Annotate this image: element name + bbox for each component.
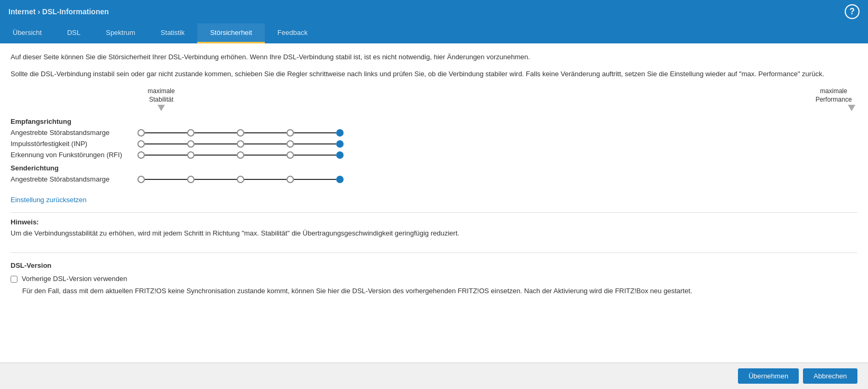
breadcrumb-sep: › (35, 7, 42, 16)
main-content: Auf dieser Seite können Sie die Störsich… (0, 43, 868, 363)
row1-radio-2[interactable] (187, 129, 195, 137)
row1-radio-1[interactable] (137, 129, 145, 137)
help-icon[interactable]: ? (845, 4, 860, 19)
row1-track (137, 129, 344, 137)
row2-radio-1[interactable] (137, 140, 145, 148)
apply-button[interactable]: Übernehmen (738, 368, 799, 384)
row-inp-empfang: Impulsstörfestigkeit (INP) (11, 140, 857, 148)
tabs-bar: Übersicht DSL Spektrum Statistik Störsic… (0, 23, 868, 43)
row3-radio-3[interactable] (237, 151, 244, 159)
section-empfangsrichtung: Empfangsrichtung (11, 117, 857, 125)
divider (11, 252, 857, 253)
row4-line-4 (294, 179, 336, 180)
header: Internet › DSL-Informationen ? (0, 0, 868, 23)
footer: Übernehmen Abbrechen (0, 363, 868, 389)
dsl-version-section: DSL-Version Vorherige DSL-Version verwen… (11, 261, 857, 296)
slider-label-stability: maximale Stabilität (137, 87, 185, 104)
reset-link[interactable]: Einstellung zurücksetzen (11, 196, 87, 204)
warning-text: Sollte die DSL-Verbindung instabil sein … (11, 69, 857, 79)
row3-radio-2[interactable] (187, 151, 195, 159)
tab-statistik[interactable]: Statistik (148, 23, 198, 43)
checkbox-row: Vorherige DSL-Version verwenden (11, 275, 857, 283)
row1-line-2 (195, 132, 237, 133)
hint-text: Um die Verbindungsstabilität zu erhöhen,… (11, 228, 857, 239)
breadcrumb-current: DSL-Informationen (42, 7, 109, 16)
row1-label: Angestrebte Störabstandsmarge (11, 129, 137, 137)
row4-radio-4[interactable] (287, 176, 294, 183)
slider-section: maximale Stabilität maximale Performance… (11, 87, 857, 183)
row1-radio-5[interactable] (336, 129, 344, 137)
row4-line-1 (145, 179, 187, 180)
row3-radio-5[interactable] (336, 151, 344, 159)
dsl-version-title: DSL-Version (11, 261, 857, 269)
row-rfi-empfang: Erkennung von Funkstörungen (RFI) (11, 151, 857, 159)
row3-track (137, 151, 344, 159)
row4-radio-3[interactable] (237, 176, 244, 183)
dsl-version-checkbox[interactable] (11, 276, 17, 283)
row1-radio-3[interactable] (237, 129, 244, 137)
row-storabstandsmarge-send: Angestrebte Störabstandsmarge (11, 175, 857, 183)
row2-line-4 (294, 143, 336, 144)
row1-radio-4[interactable] (287, 129, 294, 137)
checkbox-label[interactable]: Vorherige DSL-Version verwenden (22, 275, 127, 283)
row1-line-4 (294, 132, 336, 133)
row3-line-1 (145, 155, 187, 156)
row3-line-2 (195, 155, 237, 156)
row4-line-3 (244, 179, 287, 180)
tab-spektrum[interactable]: Spektrum (93, 23, 148, 43)
row-storabstandsmarge-empfang: Angestrebte Störabstandsmarge (11, 129, 857, 137)
row3-radio-4[interactable] (287, 151, 294, 159)
row2-track (137, 140, 344, 148)
slider-label-performance: maximale Performance (810, 87, 857, 104)
row2-line-2 (195, 143, 237, 144)
row1-line-1 (145, 132, 187, 133)
tab-ubersicht[interactable]: Übersicht (0, 23, 54, 43)
row3-label: Erkennung von Funkstörungen (RFI) (11, 151, 137, 159)
hint-title: Hinweis: (11, 218, 857, 226)
performance-indicator-icon (848, 105, 855, 111)
hint-box: Hinweis: Um die Verbindungsstabilität zu… (11, 212, 857, 244)
row3-line-4 (294, 155, 336, 156)
row4-radio-5[interactable] (336, 176, 344, 183)
breadcrumb-home[interactable]: Internet (8, 7, 35, 16)
cancel-button[interactable]: Abbrechen (803, 368, 857, 384)
row4-label: Angestrebte Störabstandsmarge (11, 175, 137, 183)
row2-radio-3[interactable] (237, 140, 244, 148)
tab-feedback[interactable]: Feedback (265, 23, 320, 43)
row2-radio-5[interactable] (336, 140, 344, 148)
row3-radio-1[interactable] (137, 151, 145, 159)
stability-indicator-icon (158, 105, 165, 111)
tab-storsicherheit[interactable]: Störsicherheit (197, 23, 264, 43)
row1-line-3 (244, 132, 287, 133)
row2-line-1 (145, 143, 187, 144)
row2-line-3 (244, 143, 287, 144)
breadcrumb: Internet › DSL-Informationen (8, 7, 109, 16)
row2-radio-2[interactable] (187, 140, 195, 148)
row2-radio-4[interactable] (287, 140, 294, 148)
row4-line-2 (195, 179, 237, 180)
tab-dsl[interactable]: DSL (54, 23, 93, 43)
row4-radio-2[interactable] (187, 176, 195, 183)
row2-label: Impulsstörfestigkeit (INP) (11, 140, 137, 148)
row4-track (137, 176, 344, 183)
info-text: Auf dieser Seite können Sie die Störsich… (11, 52, 857, 62)
row4-radio-1[interactable] (137, 176, 145, 183)
section-senderichtung: Senderichtung (11, 164, 857, 172)
checkbox-desc: Für den Fall, dass mit dem aktuellen FRI… (22, 286, 857, 296)
row3-line-3 (244, 155, 287, 156)
